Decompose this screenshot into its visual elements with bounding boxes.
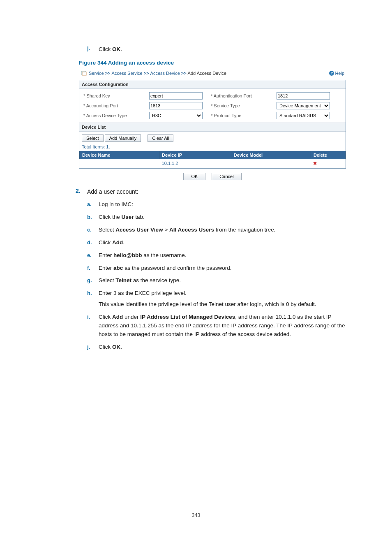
table-row: 10.1.1.2 ✖ (80, 159, 346, 168)
col-device-name: Device Name (80, 151, 159, 159)
help-icon: ? (329, 71, 334, 76)
page-number: 343 (0, 512, 392, 518)
label-protocol-type: Protocol Type (211, 113, 272, 118)
label-access-device-type: Access Device Type (83, 113, 145, 118)
add-manually-button[interactable]: Add Manually (105, 134, 141, 142)
step2-b: Click the User tab. (99, 213, 145, 222)
ok-button[interactable]: OK (183, 173, 205, 180)
clear-all-button[interactable]: Clear All (148, 134, 173, 142)
col-delete: Delete (311, 151, 345, 159)
step2-i: Click Add under IP Address List of Manag… (99, 313, 347, 339)
step2-h: Enter 3 as the EXEC privilege level. Thi… (99, 289, 316, 309)
cancel-button[interactable]: Cancel (212, 173, 241, 180)
breadcrumb-access-device[interactable]: Access Device (150, 71, 180, 76)
label-auth-port: Authentication Port (211, 93, 272, 98)
breadcrumb-current: Add Access Device (188, 71, 226, 76)
label-service-type: Service Type (211, 103, 272, 108)
select-service-type[interactable]: Device Management S (277, 102, 330, 109)
cell-device-name (80, 159, 159, 168)
step2-c: Select Access User View > All Access Use… (99, 226, 275, 234)
step2-j: Click OK. (99, 343, 122, 352)
breadcrumb: Service >> Access Service >> Access Devi… (79, 68, 346, 78)
sub-marker-j-pre: j. (87, 45, 99, 54)
select-protocol-type[interactable]: Standard RADIUS (277, 112, 330, 119)
help-link[interactable]: ? Help (329, 71, 344, 76)
delete-row-icon[interactable]: ✖ (313, 161, 317, 166)
label-shared-key: Shared Key (83, 93, 145, 98)
svg-rect-1 (82, 72, 86, 75)
cell-device-model (231, 159, 311, 168)
input-acct-port[interactable] (149, 102, 203, 109)
access-configuration-panel: Access Configuration Shared Key Authenti… (79, 80, 346, 169)
device-table: Device Name Device IP Device Model Delet… (79, 151, 346, 168)
total-items: Total Items: 1. (79, 143, 346, 151)
step2-e: Enter hello@bbb as the username. (99, 251, 187, 260)
col-device-model: Device Model (231, 151, 311, 159)
sub-body-j-pre: Click OK. (99, 45, 122, 54)
select-button[interactable]: Select (82, 134, 104, 142)
access-configuration-title: Access Configuration (79, 80, 346, 89)
device-list-title: Device List (79, 123, 346, 132)
input-auth-port[interactable] (277, 92, 330, 100)
step2-a: Log in to IMC: (99, 200, 133, 209)
col-device-ip: Device IP (159, 151, 231, 159)
step2-marker: 2. (76, 188, 87, 352)
input-shared-key[interactable] (149, 92, 203, 100)
figure-caption: Figure 344 Adding an access device (79, 60, 347, 66)
breadcrumb-service[interactable]: Service (89, 71, 104, 76)
service-icon (81, 70, 87, 76)
cell-device-ip: 10.1.1.2 (159, 159, 231, 168)
step2-f: Enter abc as the password and confirm th… (99, 264, 231, 273)
step2-intro: Add a user account: (87, 188, 347, 196)
breadcrumb-access-service[interactable]: Access Service (112, 71, 143, 76)
select-access-device-type[interactable]: H3C (149, 112, 203, 119)
label-acct-port: Accounting Port (83, 103, 145, 108)
step2-d: Click Add. (99, 239, 125, 247)
step2-g: Select Telnet as the service type. (99, 276, 181, 285)
screenshot-panel: Service >> Access Service >> Access Devi… (79, 68, 346, 182)
